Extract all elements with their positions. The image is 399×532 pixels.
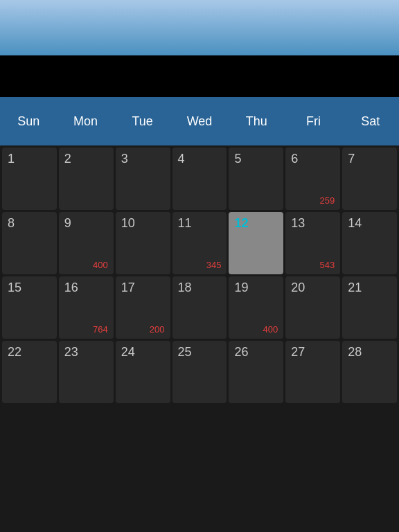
calendar-day-22[interactable]: 22 — [2, 341, 57, 403]
day-header-row: SunMonTueWedThuFriSat — [0, 97, 399, 145]
calendar-day-9[interactable]: 9400 — [59, 212, 114, 274]
calendar-day-24[interactable]: 24 — [116, 341, 170, 403]
calendar-day-25[interactable]: 25 — [172, 341, 227, 403]
calendar-day-8[interactable]: 8 — [2, 212, 57, 274]
calendar-day-6[interactable]: 6259 — [285, 148, 340, 210]
day-number: 19 — [234, 281, 248, 295]
day-number: 11 — [178, 216, 192, 231]
day-number: 1 — [8, 152, 15, 166]
nav-bar — [0, 55, 399, 97]
next-next-button[interactable] — [378, 71, 392, 82]
day-number: 23 — [64, 345, 78, 360]
day-number: 15 — [8, 281, 21, 295]
calendar-day-12[interactable]: 12 — [229, 212, 283, 274]
calendar-day-23[interactable]: 23 — [59, 341, 114, 403]
day-value: 400 — [93, 260, 108, 270]
day-number: 8 — [8, 216, 15, 231]
calendar-day-21[interactable]: 21 — [342, 276, 397, 339]
day-header-fri: Fri — [285, 114, 342, 129]
calendar-day-13[interactable]: 13543 — [285, 212, 340, 274]
calendar-grid: 1234562597894001011345121354314151676417… — [0, 145, 399, 405]
calendar-day-20[interactable]: 20 — [285, 276, 340, 339]
day-header-sun: Sun — [0, 114, 57, 129]
calendar-day-15[interactable]: 15 — [2, 276, 57, 339]
day-number: 14 — [348, 216, 362, 231]
day-header-mon: Mon — [57, 114, 114, 129]
day-number: 26 — [234, 345, 248, 360]
day-value: 543 — [319, 260, 335, 270]
day-number: 13 — [291, 216, 305, 231]
calendar-day-11[interactable]: 11345 — [172, 212, 227, 274]
calendar-day-17[interactable]: 17200 — [116, 276, 170, 339]
day-number: 21 — [348, 281, 362, 295]
prev-button[interactable] — [21, 71, 35, 82]
day-number: 4 — [178, 152, 185, 166]
day-header-thu: Thu — [228, 114, 285, 129]
day-number: 12 — [234, 216, 248, 231]
day-value: 764 — [93, 324, 108, 335]
calendar-day-14[interactable]: 14 — [342, 212, 397, 274]
day-number: 2 — [64, 152, 71, 166]
day-number: 24 — [121, 345, 135, 360]
calendar-day-5[interactable]: 5 — [229, 148, 283, 210]
day-number: 20 — [291, 281, 305, 295]
day-header-tue: Tue — [114, 114, 171, 129]
day-number: 22 — [8, 345, 21, 360]
day-number: 18 — [178, 281, 192, 295]
calendar-day-27[interactable]: 27 — [285, 341, 340, 403]
day-value: 259 — [319, 195, 335, 206]
day-header-wed: Wed — [171, 114, 228, 129]
calendar-day-2[interactable]: 2 — [59, 148, 114, 210]
day-number: 17 — [121, 281, 135, 295]
calendar-day-16[interactable]: 16764 — [59, 276, 114, 339]
day-number: 16 — [64, 281, 78, 295]
day-number: 9 — [64, 216, 71, 231]
next-button[interactable] — [364, 71, 378, 82]
calendar-day-4[interactable]: 4 — [172, 148, 227, 210]
day-number: 28 — [348, 345, 362, 360]
calendar-day-28[interactable]: 28 — [342, 341, 397, 403]
day-value: 400 — [263, 324, 278, 335]
nav-right-group — [364, 71, 392, 82]
calendar-day-1[interactable]: 1 — [2, 148, 57, 210]
prev-prev-button[interactable] — [7, 71, 21, 82]
day-number: 10 — [121, 216, 135, 231]
calendar-day-26[interactable]: 26 — [229, 341, 283, 403]
day-header-sat: Sat — [342, 114, 399, 129]
calendar-day-7[interactable]: 7 — [342, 148, 397, 210]
calendar-day-18[interactable]: 18 — [172, 276, 227, 339]
nav-left-group — [7, 71, 35, 82]
day-number: 27 — [291, 345, 305, 360]
day-number: 3 — [121, 152, 128, 166]
calendar-day-3[interactable]: 3 — [116, 148, 170, 210]
day-number: 7 — [348, 152, 355, 166]
day-number: 25 — [178, 345, 192, 360]
day-value: 345 — [206, 260, 222, 270]
calendar-day-10[interactable]: 10 — [116, 212, 170, 274]
day-value: 200 — [150, 324, 165, 335]
calendar-day-19[interactable]: 19400 — [229, 276, 283, 339]
day-number: 5 — [234, 152, 241, 166]
day-number: 6 — [291, 152, 298, 166]
app-header — [0, 0, 399, 55]
